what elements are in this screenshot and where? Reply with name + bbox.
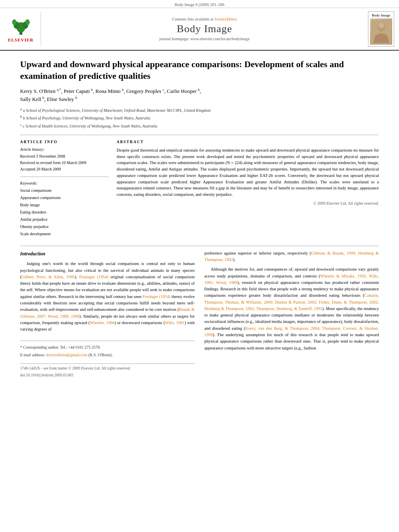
svg-point-4 — [12, 19, 16, 25]
svg-point-5 — [25, 19, 29, 25]
abstract-heading: ABSTRACT — [117, 140, 379, 144]
keyword-2: Appearance comparisons — [20, 194, 109, 201]
body-two-col: Introduction Judging one's worth in the … — [20, 250, 379, 378]
ref-festinger[interactable]: Festinger (1954) — [79, 275, 108, 279]
article-info-abstract: ARTICLE INFO Article history: Received 3… — [20, 140, 379, 238]
sciencedirect-link[interactable]: ScienceDirect — [214, 17, 237, 21]
keywords-list: Social comparisons Appearance comparison… — [20, 187, 109, 238]
footnote-email: E-mail address: kerrysobrien@gmail.com (… — [20, 352, 195, 358]
ref-keery[interactable]: Keery, van den Berg, & Thompson, 2004; T… — [204, 326, 379, 337]
elsevier-brand-text: ELSEVIER — [8, 37, 34, 42]
history-heading: Article history: — [20, 147, 109, 152]
affil-c: c c School of Health Sciences, Universit… — [20, 122, 379, 129]
affil-a: a a School of Psychological Sciences, Un… — [20, 107, 379, 113]
article-info-col: ARTICLE INFO Article history: Received 3… — [20, 140, 109, 238]
bottom-info: 1740-1445/$ – see front matter © 2009 El… — [20, 364, 195, 372]
abstract-col: ABSTRACT Despite good theoretical and em… — [117, 140, 379, 238]
divider-2 — [20, 246, 379, 246]
ref-cattarin[interactable]: Cattarin, Thompson, Thomas, & Williams, … — [204, 293, 379, 311]
intro-para-right-2: Although the motives for, and consequenc… — [204, 266, 379, 351]
cover-image — [370, 18, 392, 45]
col-left-divider — [20, 177, 109, 177]
ref-festinger2[interactable]: Festinger (1954) — [142, 294, 171, 299]
intro-para-right-1: preference against superior or inferior … — [204, 250, 379, 263]
journal-center: Contents lists available at ScienceDirec… — [45, 11, 364, 47]
sciencedirect-line: Contents lists available at ScienceDirec… — [172, 17, 237, 21]
issn-info: 1740-1445/$ – see front matter © 2009 El… — [20, 366, 131, 372]
journal-homepage: journal homepage: www.elsevier.com/locat… — [159, 37, 250, 41]
affil-b: b b School of Psychology, University of … — [20, 114, 379, 121]
article-history: Article history: Received 3 November 200… — [20, 147, 109, 173]
ref-buunk[interactable]: Buunk & Gibbons, 2007; Wood, 1989, 1996 — [20, 307, 195, 318]
ref-gilbert[interactable]: Gilbert, Price, & Allan, 1995 — [22, 275, 75, 279]
journal-cover: Body Image — [368, 11, 394, 47]
body-col-left: Introduction Judging one's worth in the … — [20, 250, 195, 378]
keywords-section: Keywords: Social comparisons Appearance … — [20, 181, 109, 238]
keyword-5: Antifat prejudice — [20, 216, 109, 223]
divider-1 — [20, 135, 379, 135]
svg-point-8 — [378, 23, 384, 28]
revised-date: Received in revised form 10 March 2009 — [20, 160, 109, 166]
ref-wills[interactable]: Wills, 1981 — [165, 320, 185, 325]
keyword-7: Scale development — [20, 230, 109, 238]
journal-title: Body Image — [177, 23, 232, 35]
footnote-area: * Corresponding author. Tel.: +44 0161 2… — [20, 341, 195, 358]
top-bar: Body Image 6 (2009) 201–206 — [0, 0, 399, 8]
doi-info: doi:10.1016/j.bodyim.2009.03.003 — [20, 372, 195, 378]
footnote-corresponding: * Corresponding author. Tel.: +44 0161 2… — [20, 344, 195, 350]
journal-header: ELSEVIER Contents lists available at Sci… — [0, 8, 399, 51]
keyword-3: Body image — [20, 201, 109, 209]
keyword-4: Eating disorders — [20, 209, 109, 216]
email-link[interactable]: kerrysobrien@gmail.com — [46, 353, 87, 357]
paper-title: Upward and downward physical appearance … — [20, 59, 379, 82]
accepted-date: Accepted 20 March 2009 — [20, 166, 109, 173]
authors-line: Kerry S. O'Brien a,*, Peter Caputi b, Ro… — [20, 87, 379, 103]
body-col-right: preference against superior or inferior … — [204, 250, 379, 378]
affiliations: a a School of Psychological Sciences, Un… — [20, 107, 379, 129]
intro-heading: Introduction — [20, 250, 195, 258]
journal-citation: Body Image 6 (2009) 201–206 — [175, 2, 224, 7]
article-info-heading: ARTICLE INFO — [20, 140, 109, 144]
elsevier-logo: ELSEVIER — [5, 11, 41, 47]
elsevier-tree-icon — [9, 16, 33, 36]
received-date: Received 3 November 2008 — [20, 153, 109, 160]
keyword-1: Social comparisons — [20, 187, 109, 194]
ref-wheeler[interactable]: Wheeler, 1966 — [90, 320, 115, 325]
paper-content: Upward and downward physical appearance … — [0, 51, 399, 386]
cover-title: Body Image — [372, 13, 390, 17]
copyright-line: © 2009 Elsevier Ltd. All rights reserved… — [117, 201, 379, 205]
keywords-heading: Keywords: — [20, 181, 109, 185]
keyword-6: Obesity prejudice — [20, 223, 109, 230]
intro-para-1: Judging one's worth in the world through… — [20, 261, 195, 333]
ref-gibbons[interactable]: Gibbons & Buunk, 1999; Heinberg & Thomps… — [204, 251, 379, 262]
ref-wheeler2[interactable]: Wheeler & Miyake, 1992; Wills, 1981; Woo… — [204, 274, 379, 285]
abstract-text: Despite good theoretical and empirical r… — [117, 147, 379, 198]
